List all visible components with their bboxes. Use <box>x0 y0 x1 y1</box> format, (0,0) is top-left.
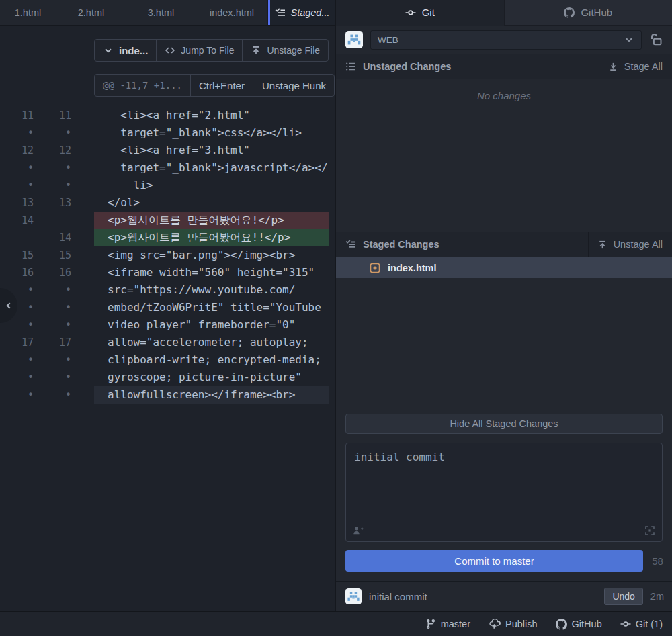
chevron-left-icon <box>3 300 14 311</box>
diff-line-code: target="_blank">javascript</a></ <box>94 159 329 177</box>
commit-message-text: initial commit <box>354 451 654 463</box>
repo-select[interactable]: WEB <box>370 30 642 50</box>
commit-button[interactable]: Commit to master <box>345 550 643 572</box>
new-line-number: 13 <box>34 194 71 212</box>
diff-line[interactable]: • • video player" frameborder="0" <box>0 316 335 334</box>
diff-line-code: li> <box>94 177 329 194</box>
hunk-shortcut: Ctrl+Enter <box>199 80 245 91</box>
expand-icon[interactable] <box>644 525 655 536</box>
diff-file-name: inde... <box>119 45 148 56</box>
tab-staged-changes[interactable]: Staged... <box>268 0 335 25</box>
remaining-chars: 58 <box>643 555 672 567</box>
new-line-number: • <box>34 177 71 194</box>
tab-index-html[interactable]: index.html <box>196 0 268 25</box>
diff-pane: 1.html 2.html 3.html index.html Staged..… <box>0 0 336 611</box>
new-line-number: 16 <box>34 264 71 281</box>
diff-line-code: video player" frameborder="0" <box>94 316 329 334</box>
hide-all-staged-button[interactable]: Hide All Staged Changes <box>345 414 663 434</box>
file-collapse-toggle[interactable]: inde... <box>95 40 157 61</box>
unlock-icon[interactable] <box>649 33 663 46</box>
diff-line[interactable]: • • allowfullscreen></iframe><br> <box>0 386 335 404</box>
diff-line[interactable]: 15 15 <img src="bar.png"></img><br> <box>0 246 335 264</box>
commit-message-box[interactable]: initial commit <box>345 443 663 542</box>
status-bar: master Publish GitHub Git (1) <box>0 611 672 636</box>
diff-line-code: <iframe width="560" height="315" <box>94 264 329 281</box>
new-line-number: 11 <box>34 107 71 124</box>
tab-3-html[interactable]: 3.html <box>126 0 196 25</box>
diff-line-code: allowfullscreen></iframe><br> <box>94 386 329 404</box>
new-line-number: • <box>34 316 71 334</box>
editor-tab-bar: 1.html 2.html 3.html index.html Staged..… <box>0 0 335 26</box>
new-line-number: 17 <box>34 334 71 351</box>
workspace: 1.html 2.html 3.html index.html Staged..… <box>0 0 672 611</box>
code-icon <box>165 45 175 56</box>
diff-line[interactable]: 11 11 <li><a href="2.html" <box>0 107 335 124</box>
diff-line-code: <p>웹사이트를 만들어봤어요!</p> <box>94 212 329 229</box>
diff-line[interactable]: • • li> <box>0 177 335 194</box>
old-line-number: • <box>0 351 34 369</box>
unstage-file-button[interactable]: Unstage File <box>243 40 328 61</box>
diff-line-code: allow="accelerometer; autoplay; <box>94 334 329 351</box>
staged-changes-header: Staged Changes Unstage All <box>336 232 672 257</box>
new-line-number: 12 <box>34 142 71 159</box>
new-line-number: 15 <box>34 246 71 264</box>
checklist-icon <box>345 239 356 250</box>
git-status-button[interactable]: Git (1) <box>620 619 663 629</box>
diff-line[interactable]: • • src="https://www.youtube.com/ <box>0 281 335 299</box>
diff-line[interactable]: • • target="_blank">css</a></li> <box>0 124 335 142</box>
github-status-button[interactable]: GitHub <box>556 619 602 630</box>
diff-line-code: <p>웹사이트를 만들어봤어요!!</p> <box>94 229 329 246</box>
unstage-all-button[interactable]: Unstage All <box>588 232 672 257</box>
unstage-hunk-button[interactable]: Ctrl+Enter Unstage Hunk <box>191 75 334 96</box>
list-unordered-icon <box>345 61 356 72</box>
old-line-number: 17 <box>0 334 34 351</box>
diff-line[interactable]: 14 <p>웹사이트를 만들어봤어요!!</p> <box>0 229 335 246</box>
diff-line[interactable]: 17 17 allow="accelerometer; autoplay; <box>0 334 335 351</box>
old-line-number: 11 <box>0 107 34 124</box>
jump-to-file-button[interactable]: Jump To File <box>157 40 243 61</box>
diff-file-header: inde... Jump To File Unstage File <box>94 39 329 62</box>
unstaged-changes-header: Unstaged Changes Stage All <box>336 54 672 79</box>
app-window: 1.html 2.html 3.html index.html Staged..… <box>0 0 672 636</box>
diff-line[interactable]: • • embed/tZooW6PritE" title="YouTube <box>0 299 335 316</box>
diff-line-code: </ol> <box>94 194 329 212</box>
stage-arrow-icon <box>608 62 618 72</box>
add-coauthor-icon[interactable] <box>353 525 364 536</box>
staged-changes-list: index.html <box>336 257 672 414</box>
staged-file-row[interactable]: index.html <box>336 257 672 278</box>
old-line-number <box>0 229 34 246</box>
recent-commit-time: 2m <box>650 591 664 602</box>
new-line-number: • <box>34 299 71 316</box>
diff-line-code: gyroscope; picture-in-picture" <box>94 369 329 386</box>
hunk-header: @@ -11,7 +1... Ctrl+Enter Unstage Hunk <box>94 74 335 97</box>
github-icon <box>556 619 567 630</box>
diff-line[interactable]: 16 16 <iframe width="560" height="315" <box>0 264 335 281</box>
commit-row: Commit to master 58 <box>345 550 672 572</box>
diff-line[interactable]: • • clipboard-write; encrypted-media; <box>0 351 335 369</box>
modified-file-icon <box>370 263 380 273</box>
git-commit-icon <box>620 619 631 629</box>
no-changes-label: No changes <box>336 79 672 101</box>
publish-button[interactable]: Publish <box>489 618 538 630</box>
hunk-range[interactable]: @@ -11,7 +1... <box>95 75 191 96</box>
new-line-number: • <box>34 369 71 386</box>
old-line-number: 16 <box>0 264 34 281</box>
tab-1-html[interactable]: 1.html <box>0 0 56 25</box>
diff-line[interactable]: 12 12 <li><a href="3.html" <box>0 142 335 159</box>
old-line-number: 12 <box>0 142 34 159</box>
new-line-number: • <box>34 159 71 177</box>
tab-git[interactable]: Git <box>336 0 504 26</box>
diff-line[interactable]: 13 13 </ol> <box>0 194 335 212</box>
tab-2-html[interactable]: 2.html <box>56 0 126 25</box>
undo-button[interactable]: Undo <box>604 588 642 605</box>
checklist-icon <box>275 7 286 18</box>
tab-github[interactable]: GitHub <box>504 0 672 26</box>
diff-line[interactable]: • • gyroscope; picture-in-picture" <box>0 369 335 386</box>
repo-row: WEB <box>336 26 672 54</box>
branch-indicator[interactable]: master <box>425 619 470 629</box>
stage-all-button[interactable]: Stage All <box>599 54 672 79</box>
chevron-down-icon <box>103 45 114 56</box>
diff-line[interactable]: 14 <p>웹사이트를 만들어봤어요!</p> <box>0 212 335 229</box>
diff-line[interactable]: • • target="_blank">javascript</a></ <box>0 159 335 177</box>
github-icon <box>564 7 575 18</box>
